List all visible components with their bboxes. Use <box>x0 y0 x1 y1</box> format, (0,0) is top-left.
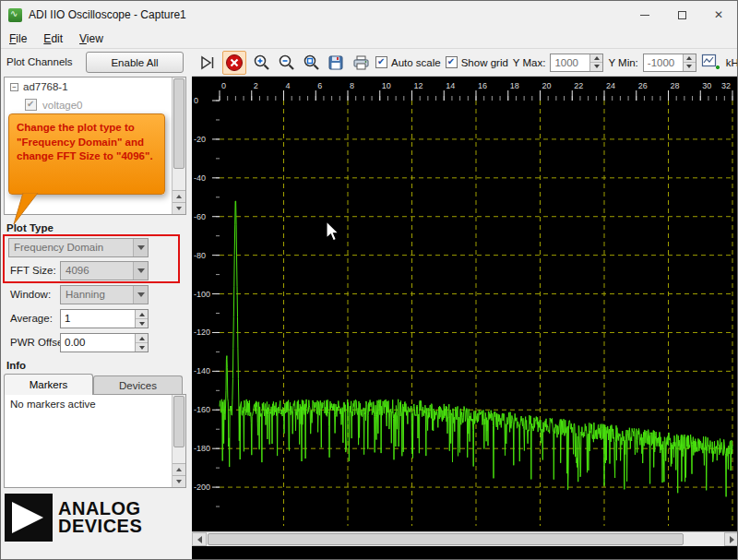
pwr-offset-spinner[interactable]: 0.00 <box>60 333 149 352</box>
plot-type-value: Frequency Domain <box>9 239 133 256</box>
fft-size-dropdown[interactable]: 4096 <box>60 261 149 280</box>
y-min-spinner[interactable]: -1000 <box>643 54 696 72</box>
window-value: Hanning <box>61 286 133 304</box>
scroll-track[interactable] <box>207 532 724 546</box>
svg-text:26: 26 <box>638 81 648 90</box>
adi-triangle-icon <box>5 494 53 542</box>
auto-scale-option[interactable]: Auto scale <box>375 56 441 68</box>
zoom-fit-icon <box>303 54 320 71</box>
plot-channels-label: Plot Channels <box>6 56 73 67</box>
spin-buttons[interactable] <box>135 310 148 328</box>
markers-scrollbar[interactable] <box>172 395 185 487</box>
minimize-icon <box>640 15 649 16</box>
maximize-button[interactable] <box>663 1 700 29</box>
scrollbar-thumb[interactable] <box>173 78 184 169</box>
new-plot-button[interactable] <box>701 53 721 73</box>
spin-down-button[interactable] <box>684 63 696 71</box>
up-arrow-icon <box>686 56 692 60</box>
menu-edit[interactable]: Edit <box>35 30 71 48</box>
show-grid-checkbox[interactable] <box>446 56 458 68</box>
tab-devices[interactable]: Devices <box>93 375 183 395</box>
plot-type-dropdown[interactable]: Frequency Domain <box>8 238 149 257</box>
scroll-right-button[interactable] <box>724 532 738 546</box>
svg-text:12: 12 <box>414 81 423 90</box>
show-grid-option[interactable]: Show grid <box>446 56 508 68</box>
scrollbar-thumb[interactable] <box>208 533 684 545</box>
average-label: Average: <box>10 313 53 324</box>
device-tree-row[interactable]: − ad7768-1 <box>10 81 68 92</box>
menu-file[interactable]: File <box>1 30 35 48</box>
left-arrow-icon <box>197 536 202 543</box>
tab-markers[interactable]: Markers <box>4 374 93 395</box>
spin-up-button[interactable] <box>590 54 602 64</box>
auto-scale-checkbox[interactable] <box>375 56 387 68</box>
window-dropdown[interactable]: Hanning <box>60 285 149 304</box>
chevron-down-icon <box>137 268 145 273</box>
y-min-label: Y Min: <box>608 57 637 68</box>
scrollbar-thumb[interactable] <box>173 396 184 447</box>
spin-buttons[interactable] <box>683 54 696 71</box>
plot-horizontal-scrollbar[interactable] <box>192 531 738 546</box>
analog-devices-logo: ANALOG DEVICES <box>5 494 142 542</box>
y-min-value: -1000 <box>644 54 683 71</box>
stop-capture-button[interactable] <box>222 51 246 75</box>
tree-collapse-icon[interactable]: − <box>10 83 18 91</box>
stop-icon <box>225 54 244 72</box>
add-plot-icon <box>701 54 720 72</box>
up-arrow-icon <box>594 56 600 60</box>
svg-text:10: 10 <box>382 81 391 90</box>
enable-all-button[interactable]: Enable All <box>86 52 184 73</box>
svg-text:28: 28 <box>671 81 680 90</box>
maximize-icon <box>678 11 686 19</box>
instruction-callout: Change the plot type to "Frequency Domai… <box>8 113 165 195</box>
fft-size-value: 4096 <box>61 262 133 280</box>
svg-text:-140: -140 <box>194 366 210 375</box>
scroll-down-button[interactable] <box>173 202 185 214</box>
spin-up-button[interactable] <box>684 54 696 64</box>
capture-play-button[interactable] <box>197 53 218 73</box>
spin-up-button[interactable] <box>136 334 148 343</box>
channel-list-scrollbar[interactable] <box>172 77 185 214</box>
up-arrow-icon <box>176 195 182 198</box>
up-arrow-icon <box>139 337 145 340</box>
spin-up-button[interactable] <box>136 310 148 319</box>
y-max-spinner[interactable]: 1000 <box>550 54 603 72</box>
minimize-button[interactable] <box>626 1 663 29</box>
scroll-left-button[interactable] <box>192 532 207 546</box>
svg-text:0: 0 <box>194 96 198 105</box>
close-button[interactable]: ✕ <box>700 1 737 29</box>
save-button[interactable] <box>326 53 346 73</box>
zoom-in-icon <box>253 54 270 71</box>
x-axis-unit-label: kHz <box>726 57 738 68</box>
zoom-fit-button[interactable] <box>301 53 321 73</box>
scroll-up-button[interactable] <box>173 463 185 475</box>
callout-tail <box>10 193 49 226</box>
scroll-down-button[interactable] <box>173 475 185 487</box>
spin-buttons[interactable] <box>135 334 148 351</box>
spin-down-button[interactable] <box>136 319 148 328</box>
logo-line2: DEVICES <box>58 518 142 535</box>
svg-text:0: 0 <box>221 81 226 90</box>
svg-text:2: 2 <box>254 81 258 90</box>
scroll-up-button[interactable] <box>173 190 185 202</box>
voltage0-checkbox[interactable] <box>25 99 37 111</box>
window-label: Window: <box>10 289 51 300</box>
plot-canvas[interactable]: 024681012141618202224262830320-20-40-60-… <box>192 77 738 531</box>
spin-down-button[interactable] <box>590 63 602 71</box>
show-grid-label: Show grid <box>461 57 508 68</box>
down-arrow-icon <box>176 480 182 483</box>
main-area: Auto scale Show grid Y Max: 1000 Y Min: … <box>192 49 738 560</box>
svg-text:4: 4 <box>286 81 291 90</box>
zoom-out-button[interactable] <box>276 53 296 73</box>
svg-text:-160: -160 <box>194 405 210 414</box>
svg-text:-80: -80 <box>194 251 206 260</box>
menu-view[interactable]: View <box>71 30 112 48</box>
down-arrow-icon <box>139 322 145 326</box>
spin-down-button[interactable] <box>136 343 148 351</box>
average-spinner[interactable]: 1 <box>60 309 149 328</box>
play-forward-icon <box>199 54 216 71</box>
spin-buttons[interactable] <box>589 54 602 71</box>
print-button[interactable] <box>351 53 371 73</box>
markers-status-text: No markers active <box>10 399 96 410</box>
zoom-in-button[interactable] <box>251 53 271 73</box>
